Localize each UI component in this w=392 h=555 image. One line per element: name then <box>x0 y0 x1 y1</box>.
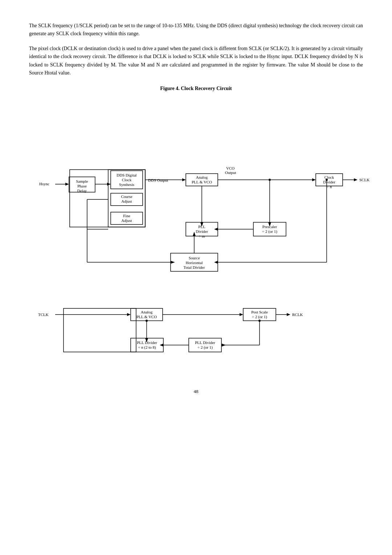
source-htotal-label2: Horizontal <box>185 260 203 265</box>
arrow-tclk <box>127 313 131 316</box>
paragraph-2: The pixel clock (DCLK or destination clo… <box>29 45 363 77</box>
sample-phase-delay-label3: Delay <box>77 189 87 193</box>
post-scale-label2: ÷ 2 (or 1) <box>252 315 267 319</box>
fine-label2: Adjust <box>121 218 132 223</box>
junction-bottom-1 <box>258 320 261 322</box>
post-scale-label1: Post Scale <box>251 310 268 314</box>
arrow-right-to-source <box>214 261 218 264</box>
bottom-pll-div-right-label1: PLL Divider <box>195 340 215 345</box>
outer-cluster-box <box>70 170 145 227</box>
clock-divider-label3: ÷ n <box>327 185 332 189</box>
arrow-2 <box>107 183 111 186</box>
bottom-circuit-diagram: TCLK Analog PLL & VCO Post Scale ÷ 2 (or… <box>29 293 363 367</box>
arrow-to-postscale <box>240 313 243 316</box>
pll-divider-label2: Divider <box>196 229 208 234</box>
top-circuit-svg: Hsync Sample Phase Delay DDS Digital Clo… <box>29 102 370 277</box>
bottom-pll-div-left-label2: ÷ n (2 to 8) <box>138 345 156 350</box>
sample-phase-delay-label2: Phase <box>77 184 87 188</box>
pll-divider-label3: ÷ m <box>199 234 205 238</box>
page-number: 48 <box>29 389 363 394</box>
page: The SCLK frequency (1/SCLK period) can b… <box>0 0 392 416</box>
arrow-dds-output <box>182 178 186 181</box>
source-htotal-label1: Source <box>189 256 200 260</box>
bottom-analog-label2: PLL & VCO <box>136 315 157 319</box>
tclk-label: TCLK <box>38 312 49 317</box>
bottom-outer-box <box>64 308 136 352</box>
rclk-label: RCLK <box>292 312 303 317</box>
dds-output-label: DDS Output <box>148 178 168 182</box>
analog-pll-label2: PLL & VCO <box>192 180 212 184</box>
paragraph-1: The SCLK frequency (1/SCLK period) can b… <box>29 22 363 38</box>
arrow-vco-to-clk <box>312 178 316 181</box>
arrow-rclk <box>287 313 290 316</box>
arrow-source-up <box>193 232 196 236</box>
hsync-label: Hsync <box>39 182 49 186</box>
top-circuit-diagram: Hsync Sample Phase Delay DDS Digital Clo… <box>29 102 363 278</box>
arrow-sclk <box>354 178 358 181</box>
course-label2: Adjust <box>121 199 132 203</box>
prescaler-label2: ÷ 2 (or 1) <box>262 229 277 234</box>
junction-1 <box>269 179 271 181</box>
source-htotal-label3: Total Divider <box>184 265 205 270</box>
arrow-1 <box>65 183 69 186</box>
dds-label3: Synthesis <box>119 182 134 187</box>
bottom-pll-div-right-label2: ÷ 2 (or 1) <box>197 345 213 350</box>
figure-title: Figure 4. Clock Recovery Circuit <box>29 86 363 92</box>
fine-label1: Fine <box>123 214 130 218</box>
clock-divider-label1: Clock <box>324 175 334 179</box>
course-label1: Course <box>121 194 132 199</box>
arrow-prescaler-to-pll <box>214 228 218 231</box>
analog-pll-label1: Analog <box>196 175 208 179</box>
dds-label2: Clock <box>122 178 132 182</box>
arrow-pll-right-to-left <box>160 344 163 347</box>
vco-output-label1: VCO <box>226 166 234 170</box>
arrow-to-source-left <box>171 261 175 264</box>
bottom-analog-label1: Analog <box>141 310 153 314</box>
sclk-label: SCLK <box>359 178 369 182</box>
junction-bottom-2 <box>146 320 148 322</box>
vco-output-label2: Output <box>225 170 236 175</box>
bottom-circuit-svg: TCLK Analog PLL & VCO Post Scale ÷ 2 (or… <box>29 293 370 365</box>
junction-2 <box>326 179 328 181</box>
arrow-right-pll-right <box>222 344 226 347</box>
clock-divider-label2: Divider <box>323 180 335 184</box>
dds-label1: DDS Digital <box>117 173 136 177</box>
sample-phase-delay-label: Sample <box>76 179 88 183</box>
